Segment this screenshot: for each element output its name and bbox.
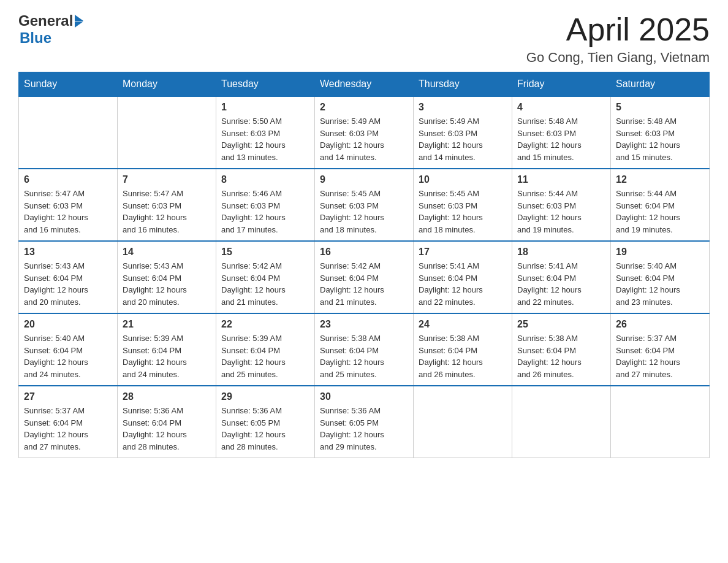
calendar-cell: 19Sunrise: 5:40 AM Sunset: 6:04 PM Dayli… xyxy=(611,241,710,313)
logo-general-text: General xyxy=(18,12,73,29)
location-subtitle: Go Cong, Tien Giang, Vietnam xyxy=(526,50,710,66)
day-number: 29 xyxy=(221,391,309,402)
calendar-cell: 1Sunrise: 5:50 AM Sunset: 6:03 PM Daylig… xyxy=(216,96,315,169)
day-number: 18 xyxy=(517,247,605,258)
day-info: Sunrise: 5:39 AM Sunset: 6:04 PM Dayligh… xyxy=(123,332,211,380)
day-info: Sunrise: 5:38 AM Sunset: 6:04 PM Dayligh… xyxy=(320,332,408,380)
day-number: 27 xyxy=(24,391,112,402)
day-number: 11 xyxy=(517,174,605,185)
day-number: 13 xyxy=(24,247,112,258)
calendar-cell: 26Sunrise: 5:37 AM Sunset: 6:04 PM Dayli… xyxy=(611,313,710,386)
day-info: Sunrise: 5:45 AM Sunset: 6:03 PM Dayligh… xyxy=(419,188,507,236)
day-info: Sunrise: 5:36 AM Sunset: 6:05 PM Dayligh… xyxy=(320,405,408,453)
calendar-cell: 29Sunrise: 5:36 AM Sunset: 6:05 PM Dayli… xyxy=(216,386,315,458)
calendar-week-row: 13Sunrise: 5:43 AM Sunset: 6:04 PM Dayli… xyxy=(19,241,710,313)
day-info: Sunrise: 5:42 AM Sunset: 6:04 PM Dayligh… xyxy=(320,260,408,308)
day-info: Sunrise: 5:38 AM Sunset: 6:04 PM Dayligh… xyxy=(517,332,605,380)
day-of-week-header: Saturday xyxy=(611,72,710,97)
day-number: 25 xyxy=(517,319,605,330)
calendar-cell: 8Sunrise: 5:46 AM Sunset: 6:03 PM Daylig… xyxy=(216,169,315,241)
calendar-cell: 27Sunrise: 5:37 AM Sunset: 6:04 PM Dayli… xyxy=(19,386,118,458)
day-info: Sunrise: 5:48 AM Sunset: 6:03 PM Dayligh… xyxy=(616,115,704,163)
calendar-cell: 28Sunrise: 5:36 AM Sunset: 6:04 PM Dayli… xyxy=(118,386,216,458)
calendar-table: SundayMondayTuesdayWednesdayThursdayFrid… xyxy=(18,72,710,458)
day-number: 12 xyxy=(616,174,704,185)
calendar-cell xyxy=(611,386,710,458)
calendar-cell: 22Sunrise: 5:39 AM Sunset: 6:04 PM Dayli… xyxy=(216,313,315,386)
day-info: Sunrise: 5:48 AM Sunset: 6:03 PM Dayligh… xyxy=(517,115,605,163)
day-info: Sunrise: 5:41 AM Sunset: 6:04 PM Dayligh… xyxy=(419,260,507,308)
calendar-cell: 5Sunrise: 5:48 AM Sunset: 6:03 PM Daylig… xyxy=(611,96,710,169)
calendar-cell: 17Sunrise: 5:41 AM Sunset: 6:04 PM Dayli… xyxy=(414,241,512,313)
day-number: 20 xyxy=(24,319,112,330)
day-number: 8 xyxy=(221,174,309,185)
calendar-cell: 24Sunrise: 5:38 AM Sunset: 6:04 PM Dayli… xyxy=(414,313,512,386)
calendar-week-row: 20Sunrise: 5:40 AM Sunset: 6:04 PM Dayli… xyxy=(19,313,710,386)
day-number: 24 xyxy=(419,319,507,330)
day-info: Sunrise: 5:36 AM Sunset: 6:04 PM Dayligh… xyxy=(123,405,211,453)
logo-blue-text: Blue xyxy=(20,29,51,46)
day-of-week-header: Friday xyxy=(512,72,611,97)
day-info: Sunrise: 5:38 AM Sunset: 6:04 PM Dayligh… xyxy=(419,332,507,380)
day-number: 19 xyxy=(616,247,704,258)
calendar-header-row: SundayMondayTuesdayWednesdayThursdayFrid… xyxy=(19,72,710,97)
day-info: Sunrise: 5:50 AM Sunset: 6:03 PM Dayligh… xyxy=(221,115,309,163)
day-info: Sunrise: 5:49 AM Sunset: 6:03 PM Dayligh… xyxy=(320,115,408,163)
day-info: Sunrise: 5:40 AM Sunset: 6:04 PM Dayligh… xyxy=(24,332,112,380)
day-info: Sunrise: 5:40 AM Sunset: 6:04 PM Dayligh… xyxy=(616,260,704,308)
day-info: Sunrise: 5:46 AM Sunset: 6:03 PM Dayligh… xyxy=(221,188,309,236)
day-number: 17 xyxy=(419,247,507,258)
day-of-week-header: Wednesday xyxy=(315,72,414,97)
calendar-cell: 16Sunrise: 5:42 AM Sunset: 6:04 PM Dayli… xyxy=(315,241,414,313)
month-title: April 2025 xyxy=(526,12,710,47)
calendar-cell: 30Sunrise: 5:36 AM Sunset: 6:05 PM Dayli… xyxy=(315,386,414,458)
calendar-cell: 9Sunrise: 5:45 AM Sunset: 6:03 PM Daylig… xyxy=(315,169,414,241)
title-area: April 2025 Go Cong, Tien Giang, Vietnam xyxy=(526,12,710,66)
logo: General Blue xyxy=(18,12,83,47)
day-number: 4 xyxy=(517,102,605,113)
calendar-cell: 6Sunrise: 5:47 AM Sunset: 6:03 PM Daylig… xyxy=(19,169,118,241)
day-info: Sunrise: 5:47 AM Sunset: 6:03 PM Dayligh… xyxy=(24,188,112,236)
day-info: Sunrise: 5:45 AM Sunset: 6:03 PM Dayligh… xyxy=(320,188,408,236)
calendar-cell: 21Sunrise: 5:39 AM Sunset: 6:04 PM Dayli… xyxy=(118,313,216,386)
page-header: General Blue April 2025 Go Cong, Tien Gi… xyxy=(18,12,710,66)
day-number: 28 xyxy=(123,391,211,402)
calendar-cell: 25Sunrise: 5:38 AM Sunset: 6:04 PM Dayli… xyxy=(512,313,611,386)
day-info: Sunrise: 5:43 AM Sunset: 6:04 PM Dayligh… xyxy=(123,260,211,308)
day-info: Sunrise: 5:43 AM Sunset: 6:04 PM Dayligh… xyxy=(24,260,112,308)
day-info: Sunrise: 5:42 AM Sunset: 6:04 PM Dayligh… xyxy=(221,260,309,308)
calendar-week-row: 6Sunrise: 5:47 AM Sunset: 6:03 PM Daylig… xyxy=(19,169,710,241)
calendar-cell: 15Sunrise: 5:42 AM Sunset: 6:04 PM Dayli… xyxy=(216,241,315,313)
day-number: 10 xyxy=(419,174,507,185)
day-number: 5 xyxy=(616,102,704,113)
calendar-cell: 2Sunrise: 5:49 AM Sunset: 6:03 PM Daylig… xyxy=(315,96,414,169)
day-number: 3 xyxy=(419,102,507,113)
calendar-cell: 14Sunrise: 5:43 AM Sunset: 6:04 PM Dayli… xyxy=(118,241,216,313)
calendar-week-row: 27Sunrise: 5:37 AM Sunset: 6:04 PM Dayli… xyxy=(19,386,710,458)
calendar-cell: 3Sunrise: 5:49 AM Sunset: 6:03 PM Daylig… xyxy=(414,96,512,169)
calendar-cell: 20Sunrise: 5:40 AM Sunset: 6:04 PM Dayli… xyxy=(19,313,118,386)
day-info: Sunrise: 5:36 AM Sunset: 6:05 PM Dayligh… xyxy=(221,405,309,453)
day-number: 9 xyxy=(320,174,408,185)
day-number: 6 xyxy=(24,174,112,185)
calendar-cell: 13Sunrise: 5:43 AM Sunset: 6:04 PM Dayli… xyxy=(19,241,118,313)
day-of-week-header: Monday xyxy=(118,72,216,97)
calendar-week-row: 1Sunrise: 5:50 AM Sunset: 6:03 PM Daylig… xyxy=(19,96,710,169)
day-info: Sunrise: 5:39 AM Sunset: 6:04 PM Dayligh… xyxy=(221,332,309,380)
calendar-cell xyxy=(512,386,611,458)
calendar-cell: 7Sunrise: 5:47 AM Sunset: 6:03 PM Daylig… xyxy=(118,169,216,241)
day-number: 22 xyxy=(221,319,309,330)
day-number: 1 xyxy=(221,102,309,113)
calendar-cell: 11Sunrise: 5:44 AM Sunset: 6:03 PM Dayli… xyxy=(512,169,611,241)
day-of-week-header: Tuesday xyxy=(216,72,315,97)
day-of-week-header: Thursday xyxy=(414,72,512,97)
day-number: 16 xyxy=(320,247,408,258)
day-info: Sunrise: 5:37 AM Sunset: 6:04 PM Dayligh… xyxy=(24,405,112,453)
day-info: Sunrise: 5:37 AM Sunset: 6:04 PM Dayligh… xyxy=(616,332,704,380)
day-number: 14 xyxy=(123,247,211,258)
calendar-cell: 23Sunrise: 5:38 AM Sunset: 6:04 PM Dayli… xyxy=(315,313,414,386)
day-number: 2 xyxy=(320,102,408,113)
day-number: 30 xyxy=(320,391,408,402)
day-info: Sunrise: 5:47 AM Sunset: 6:03 PM Dayligh… xyxy=(123,188,211,236)
calendar-cell xyxy=(118,96,216,169)
